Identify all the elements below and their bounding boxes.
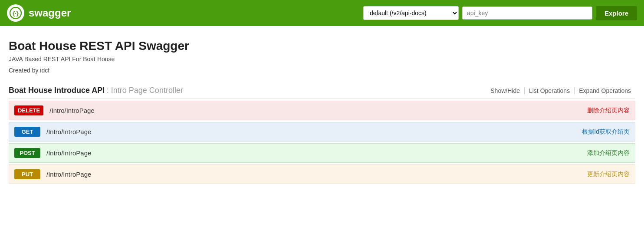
main-content: Boat House REST API Swagger JAVA Based R… xyxy=(0,26,644,193)
method-badge-post: POST xyxy=(14,148,40,158)
op-description: 更新介绍页内容 xyxy=(587,171,630,178)
section-actions: Show/Hide List Operations Expand Operati… xyxy=(486,87,635,94)
operation-row[interactable]: PUT/Intro/IntroPage更新介绍页内容 xyxy=(9,164,635,184)
operation-row[interactable]: GET/Intro/IntroPage根据Id获取介绍页 xyxy=(9,122,635,141)
api-subtitle: JAVA Based REST API For Boat House xyxy=(9,56,635,62)
url-select[interactable]: default (/v2/api-docs) xyxy=(363,6,459,20)
list-operations-action[interactable]: List Operations xyxy=(525,87,575,94)
method-badge-put: PUT xyxy=(14,169,40,179)
operations-list: DELETE/Intro/IntroPage删除介绍页内容GET/Intro/I… xyxy=(9,101,635,184)
logo-text: swagger xyxy=(29,7,71,19)
section-title-group: Boat House Introduce API : Intro Page Co… xyxy=(9,86,183,95)
explore-button[interactable]: Explore xyxy=(596,6,637,20)
app-header: {·} swagger default (/v2/api-docs) Explo… xyxy=(0,0,644,26)
op-path: /Intro/IntroPage xyxy=(49,107,587,114)
section-header: Boat House Introduce API : Intro Page Co… xyxy=(9,82,635,99)
api-title: Boat House REST API Swagger xyxy=(9,39,635,53)
api-key-input[interactable] xyxy=(462,7,592,20)
operation-row[interactable]: POST/Intro/IntroPage添加介绍页内容 xyxy=(9,143,635,163)
op-description: 删除介绍页内容 xyxy=(587,107,630,115)
method-badge-get: GET xyxy=(14,127,40,137)
api-author: Created by idcf xyxy=(9,67,635,74)
op-description: 添加介绍页内容 xyxy=(587,149,630,157)
op-description: 根据Id获取介绍页 xyxy=(582,128,630,136)
expand-operations-action[interactable]: Expand Operations xyxy=(575,87,635,94)
section-title: Boat House Introduce API xyxy=(9,86,105,95)
header-controls: default (/v2/api-docs) Explore xyxy=(363,6,637,20)
method-badge-delete: DELETE xyxy=(14,105,43,115)
section-subtitle: : Intro Page Controller xyxy=(107,86,183,95)
logo-icon: {·} xyxy=(7,4,24,22)
op-path: /Intro/IntroPage xyxy=(46,171,587,178)
op-path: /Intro/IntroPage xyxy=(46,149,587,157)
op-path: /Intro/IntroPage xyxy=(46,128,582,135)
show-hide-action[interactable]: Show/Hide xyxy=(486,87,525,94)
logo: {·} swagger xyxy=(7,4,71,22)
operation-row[interactable]: DELETE/Intro/IntroPage删除介绍页内容 xyxy=(9,101,635,120)
svg-text:{·}: {·} xyxy=(13,10,19,16)
